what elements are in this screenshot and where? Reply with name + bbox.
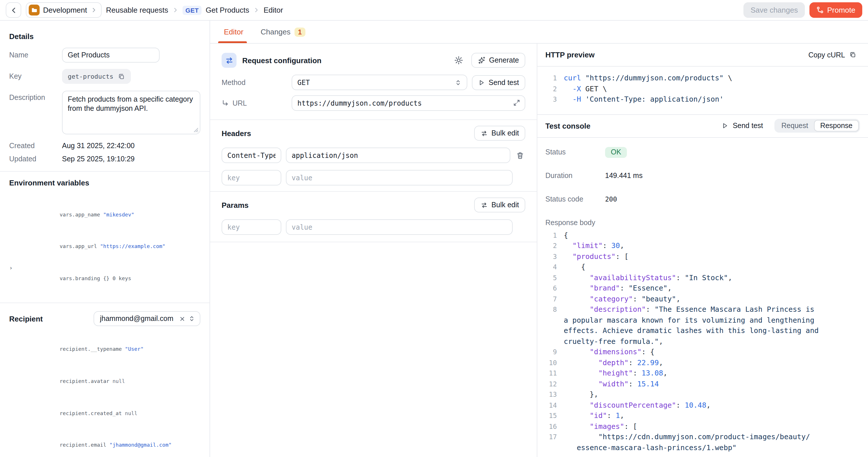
property-key: recipient.avatar <box>60 378 113 384</box>
line-number: 1 <box>546 230 557 241</box>
tab-editor[interactable]: Editor <box>223 21 245 43</box>
promote-button[interactable]: Promote <box>809 2 862 18</box>
line-number: 16 <box>546 421 557 432</box>
environment-variables-list: ›vars.app_name "mikesdev" ›vars.app_url … <box>9 199 200 295</box>
code-line: a popular mascara known for its volumizi… <box>546 315 860 326</box>
curl-preview-code[interactable]: 1curl "https://dummyjson.com/products" \… <box>537 67 868 115</box>
environment-variables-section: Environment variables ›vars.app_name "mi… <box>0 171 210 303</box>
url-input[interactable] <box>291 95 525 111</box>
property-value: "jhammond@gmail.com" <box>110 443 172 448</box>
variable-row: ›vars.app_url "https://example.com" <box>9 231 200 263</box>
line-number: 14 <box>546 400 557 410</box>
property-key: recipient.created_at <box>60 410 125 416</box>
breadcrumb-editor[interactable]: Editor <box>264 6 283 14</box>
code-line: 16 "images": [ <box>546 421 860 432</box>
code-line: 3 "products": [ <box>546 251 860 262</box>
new-header-key-input[interactable] <box>222 170 281 185</box>
new-param-key-input[interactable] <box>222 219 281 235</box>
environment-switcher[interactable]: Development <box>26 2 101 18</box>
new-header-value-input[interactable] <box>286 170 513 185</box>
test-console-header: Test console Send test Request <box>537 115 868 138</box>
method-label: Method <box>222 79 291 86</box>
tab-changes[interactable]: Changes 1 <box>259 21 306 43</box>
resize-handle-icon[interactable] <box>193 127 198 133</box>
clear-icon[interactable] <box>179 316 185 322</box>
request-tab[interactable]: Request <box>776 120 814 131</box>
code-line: cruelty-free formula.", <box>546 336 860 347</box>
code-line: 13 }, <box>546 389 860 400</box>
recipient-property-row: ›recipient.avatar null <box>9 365 200 397</box>
code-line: essence-mascara-lash-princess/1.webp" <box>546 443 860 453</box>
code-line: 8 "description": "The Essence Mascara La… <box>546 304 860 315</box>
expand-icon[interactable] <box>513 99 521 107</box>
copy-icon <box>849 51 857 59</box>
copy-icon[interactable] <box>118 72 125 80</box>
save-changes-button[interactable]: Save changes <box>744 2 805 18</box>
headers-title: Headers <box>222 129 251 138</box>
environment-folder-icon <box>29 5 40 16</box>
line-number: 8 <box>546 304 557 315</box>
line-number: 11 <box>546 368 557 378</box>
code-line: 2 "limit": 30, <box>546 241 860 251</box>
code-line: 5 "availabilityStatus": "In Stock", <box>546 272 860 283</box>
code-line: effects. Achieve dramatic lashes with th… <box>546 326 860 336</box>
copy-curl-button[interactable]: Copy cURL <box>805 50 860 59</box>
params-section: Params Bulk edit <box>210 192 537 242</box>
variable-key: vars.app_name <box>60 212 103 217</box>
chevron-right-icon <box>172 7 179 13</box>
headers-bulk-edit-button[interactable]: Bulk edit <box>474 126 525 141</box>
method-badge: GET <box>183 5 202 14</box>
new-param-value-input[interactable] <box>286 219 513 235</box>
key-value: get-products <box>68 72 113 80</box>
git-merge-icon <box>816 6 824 14</box>
swap-arrows-icon <box>222 53 237 68</box>
line-number: 13 <box>546 389 557 400</box>
header-value-input[interactable] <box>286 148 510 163</box>
gear-icon[interactable] <box>454 56 463 65</box>
back-button[interactable] <box>6 2 21 18</box>
recipient-select[interactable]: jhammond@gmail.com <box>94 311 200 326</box>
header-key-input[interactable] <box>222 148 281 163</box>
test-console-title: Test console <box>546 121 590 130</box>
console-send-test-button[interactable]: Send test <box>718 121 767 130</box>
method-value: GET <box>298 79 310 86</box>
request-configuration-section: Request configuration Generate <box>210 43 537 120</box>
code-line: 1curl "https://dummyjson.com/products" \ <box>546 73 860 84</box>
url-label: URL <box>232 99 247 107</box>
delete-header-button[interactable] <box>515 150 525 160</box>
code-line: 14 "discountPercentage": 10.48, <box>546 400 860 410</box>
swap-arrows-icon <box>480 129 488 137</box>
variable-value: "https://example.com" <box>100 244 166 249</box>
params-title: Params <box>222 201 249 209</box>
editor-tabstrip: Editor Changes 1 <box>210 21 868 43</box>
recipient-properties-list: ›recipient.__typename "User" ›recipient.… <box>9 333 200 457</box>
generate-button[interactable]: Generate <box>471 53 525 68</box>
params-bulk-edit-button[interactable]: Bulk edit <box>474 197 525 212</box>
request-configuration-title: Request configuration <box>242 56 321 65</box>
swap-arrows-icon <box>480 201 488 209</box>
method-select[interactable]: GET <box>291 74 467 90</box>
code-line: 17 "https://cdn.dummyjson.com/product-im… <box>546 432 860 443</box>
property-key: recipient.email <box>60 443 110 448</box>
line-number: 3 <box>546 251 557 262</box>
name-input[interactable] <box>62 48 160 63</box>
line-number <box>546 443 557 453</box>
breadcrumb-reusable-requests[interactable]: Reusable requests <box>106 6 168 14</box>
response-tab[interactable]: Response <box>814 120 859 131</box>
property-value: "User" <box>125 346 144 352</box>
breadcrumb-request-name[interactable]: Get Products <box>206 6 249 14</box>
key-label: Key <box>9 72 62 80</box>
response-body-code[interactable]: 1{2 "limit": 30,3 "products": [4 {5 "ava… <box>546 225 860 457</box>
send-test-button[interactable]: Send test <box>472 75 525 90</box>
recipient-selected-value: jhammond@gmail.com <box>100 315 174 323</box>
chevron-up-down-icon <box>455 79 462 86</box>
chevron-expand-icon[interactable]: › <box>9 263 12 273</box>
code-line: 7 "category": "beauty", <box>546 294 860 304</box>
status-code-value: 200 <box>605 194 617 205</box>
line-number <box>546 315 557 326</box>
description-textarea[interactable]: Fetch products from a specific category … <box>62 91 200 134</box>
top-bar: Development Reusable requests GET Get Pr… <box>0 0 868 21</box>
line-number: 7 <box>546 294 557 304</box>
line-number: 3 <box>546 94 557 105</box>
status-badge: OK <box>605 147 627 158</box>
